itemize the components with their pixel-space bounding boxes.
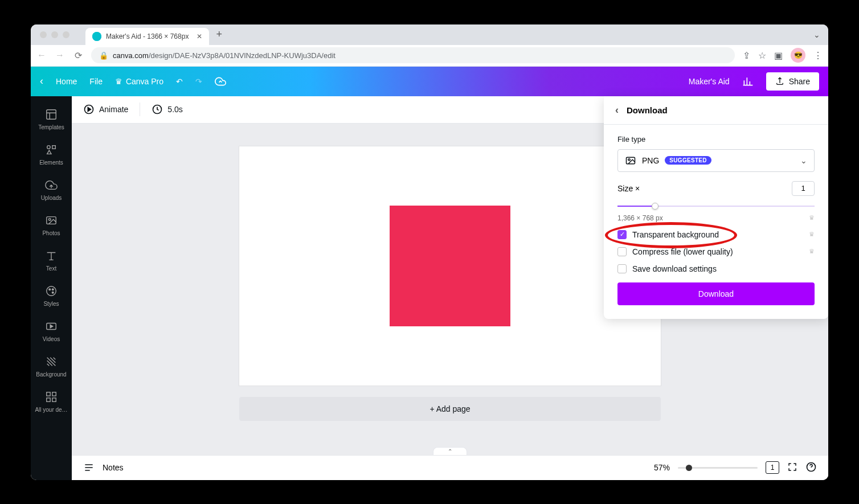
nav-elements[interactable]: Elements (31, 137, 72, 173)
zoom-slider[interactable] (678, 467, 758, 469)
nav-styles[interactable]: Styles (31, 278, 72, 314)
download-panel: ‹ Download File type PNG SUGGESTED ⌄ Siz… (604, 96, 828, 319)
notes-icon[interactable] (83, 462, 95, 473)
upload-icon (775, 77, 784, 86)
lock-icon: 🔒 (99, 51, 108, 60)
kebab-menu-icon[interactable]: ⋮ (813, 50, 823, 61)
window-controls[interactable] (35, 31, 74, 38)
svg-point-19 (628, 158, 630, 160)
crown-icon: ♛ (809, 214, 815, 222)
save-settings-checkbox[interactable] (617, 264, 627, 273)
crown-icon: ♛ (809, 248, 815, 255)
reload-icon[interactable]: ⟳ (73, 50, 83, 61)
tab-title: Maker's Aid - 1366 × 768px (106, 32, 189, 40)
share-label: Share (789, 77, 810, 86)
crown-icon: ♛ (809, 231, 815, 238)
artboard[interactable] (239, 146, 661, 386)
svg-rect-12 (47, 392, 50, 396)
redo-icon[interactable]: ↷ (195, 77, 202, 86)
svg-point-3 (47, 146, 51, 149)
size-slider[interactable] (617, 202, 815, 211)
clock-icon (152, 104, 163, 115)
nav-photos[interactable]: Photos (31, 208, 72, 243)
file-type-label: File type (617, 135, 815, 144)
size-label: Size × (617, 184, 640, 193)
svg-rect-15 (52, 398, 56, 401)
svg-point-10 (52, 292, 54, 293)
home-link[interactable]: Home (56, 77, 77, 86)
help-icon[interactable] (805, 461, 817, 474)
panel-back-icon[interactable]: ‹ (615, 104, 619, 116)
close-tab-icon[interactable]: ✕ (197, 32, 202, 40)
add-page-button[interactable]: + Add page (239, 397, 661, 421)
browser-tab[interactable]: Maker's Aid - 1366 × 768px ✕ (85, 28, 209, 45)
animate-button[interactable]: Animate (83, 104, 128, 115)
suggested-badge: SUGGESTED (665, 156, 711, 165)
transparent-bg-option[interactable]: ✓ Transparent background ♛ (617, 230, 815, 239)
compress-label: Compress file (lower quality) (632, 247, 733, 256)
tabs-menu-icon[interactable]: ⌄ (813, 30, 820, 39)
canva-favicon-icon (92, 32, 101, 41)
dimensions-text: 1,366 × 768 px (617, 214, 663, 222)
url-bar[interactable]: 🔒 canva.com/design/DAE-NzV3p8A/01NVlNzde… (91, 47, 735, 63)
svg-point-8 (49, 289, 51, 290)
canva-pro-label: Canva Pro (126, 77, 163, 86)
nav-all-designs[interactable]: All your de… (31, 384, 72, 420)
svg-rect-4 (52, 146, 56, 149)
file-type-value: PNG (642, 156, 659, 165)
transparent-bg-checkbox[interactable]: ✓ (617, 230, 627, 239)
insights-icon[interactable] (742, 76, 754, 87)
zoom-value[interactable]: 57% (654, 463, 670, 472)
download-button[interactable]: Download (617, 282, 815, 305)
notes-button[interactable]: Notes (103, 463, 124, 472)
app-body: Templates Elements Uploads Photos Text S… (31, 96, 828, 480)
nav-text[interactable]: Text (31, 243, 72, 278)
size-input[interactable] (792, 181, 815, 196)
file-type-select[interactable]: PNG SUGGESTED ⌄ (617, 149, 815, 172)
browser-window: Maker's Aid - 1366 × 768px ✕ + ⌄ ← → ⟳ 🔒… (31, 24, 828, 480)
cloud-sync-icon[interactable] (215, 76, 226, 87)
nav-back-icon[interactable]: ← (36, 50, 47, 60)
download-title: Download (627, 105, 668, 115)
nav-forward-icon[interactable]: → (55, 50, 65, 60)
duration-button[interactable]: 5.0s (152, 104, 182, 115)
chevron-down-icon: ⌄ (800, 156, 807, 165)
new-tab-button[interactable]: + (216, 28, 222, 40)
undo-icon[interactable]: ↶ (176, 77, 183, 86)
svg-point-7 (47, 286, 56, 296)
file-menu[interactable]: File (89, 77, 103, 86)
save-settings-option[interactable]: Save download settings (617, 264, 815, 273)
expand-timeline-button[interactable]: ⌃ (433, 447, 467, 455)
nav-videos[interactable]: Videos (31, 314, 72, 349)
red-square-element[interactable] (390, 206, 510, 326)
bookmark-icon[interactable]: ☆ (758, 50, 766, 61)
animate-label: Animate (99, 105, 128, 114)
page-count-button[interactable]: 1 (766, 461, 779, 474)
fullscreen-icon[interactable] (787, 462, 797, 474)
address-bar-row: ← → ⟳ 🔒 canva.com/design/DAE-NzV3p8A/01N… (31, 45, 828, 67)
canva-pro-link[interactable]: ♛ Canva Pro (115, 77, 163, 86)
transparent-bg-label: Transparent background (632, 230, 719, 239)
svg-rect-13 (52, 392, 56, 396)
nav-uploads[interactable]: Uploads (31, 173, 72, 208)
crown-icon: ♛ (115, 77, 122, 86)
image-icon (625, 155, 636, 166)
compress-checkbox[interactable] (617, 247, 627, 256)
share-button[interactable]: Share (766, 72, 819, 91)
compress-option[interactable]: Compress file (lower quality) ♛ (617, 247, 815, 256)
nav-background[interactable]: Background (31, 349, 72, 384)
app-header: ‹ Home File ♛ Canva Pro ↶ ↷ Maker's Aid … (31, 67, 828, 96)
svg-rect-14 (47, 398, 50, 401)
url-path: /design/DAE-NzV3p8A/01NVlNzdedLNP-KUWju3… (149, 51, 336, 60)
nav-templates[interactable]: Templates (31, 102, 72, 137)
duration-value: 5.0s (167, 105, 182, 114)
svg-point-9 (52, 289, 54, 290)
profile-avatar[interactable]: 😎 (791, 48, 805, 63)
animate-icon (83, 104, 95, 115)
header-back-icon[interactable]: ‹ (40, 75, 43, 87)
svg-rect-2 (47, 110, 56, 120)
editor-area: Animate 5.0s + Add page ‹ Download (72, 96, 828, 480)
extensions-icon[interactable]: ▣ (774, 50, 783, 61)
document-name[interactable]: Maker's Aid (689, 77, 730, 86)
share-browser-icon[interactable]: ⇪ (743, 50, 750, 61)
